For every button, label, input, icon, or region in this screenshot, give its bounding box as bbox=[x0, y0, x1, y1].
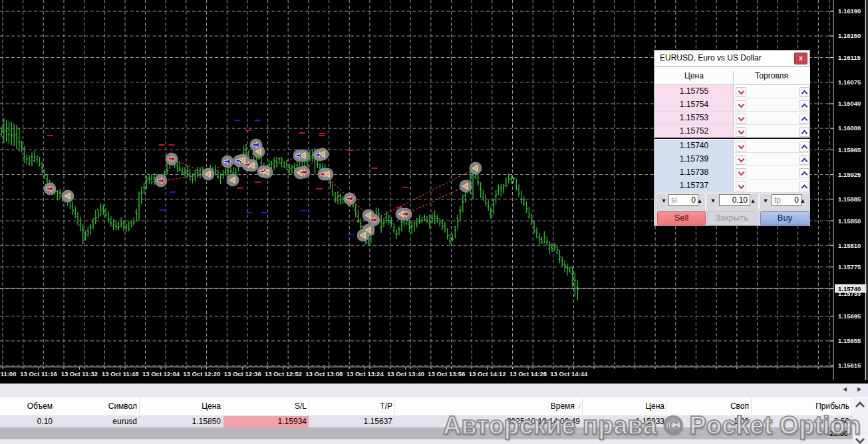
svg-text:13 Oct 13:08: 13 Oct 13:08 bbox=[305, 370, 343, 378]
svg-text:1.16150: 1.16150 bbox=[838, 32, 861, 39]
svg-text:13 Oct 11:16: 13 Oct 11:16 bbox=[20, 370, 57, 378]
svg-text:13 Oct 12:52: 13 Oct 12:52 bbox=[265, 370, 302, 378]
svg-text:13 Oct 11:00: 13 Oct 11:00 bbox=[0, 370, 16, 378]
svg-text:1.15695: 1.15695 bbox=[838, 312, 861, 320]
svg-text:1.15615: 1.15615 bbox=[838, 362, 861, 369]
svg-text:13 Oct 13:56: 13 Oct 13:56 bbox=[428, 370, 465, 378]
svg-text:1.15775: 1.15775 bbox=[838, 263, 861, 271]
svg-text:1.16190: 1.16190 bbox=[838, 7, 861, 15]
svg-text:13 Oct 14:12: 13 Oct 14:12 bbox=[469, 370, 506, 378]
svg-text:13 Oct 11:32: 13 Oct 11:32 bbox=[61, 370, 98, 378]
svg-text:1.15740: 1.15740 bbox=[838, 285, 861, 292]
svg-text:1.15810: 1.15810 bbox=[838, 242, 861, 249]
svg-text:13 Oct 14:44: 13 Oct 14:44 bbox=[550, 370, 588, 378]
svg-text:1.16075: 1.16075 bbox=[838, 78, 861, 86]
svg-text:13 Oct 12:20: 13 Oct 12:20 bbox=[183, 370, 220, 378]
svg-text:1.15925: 1.15925 bbox=[838, 171, 861, 178]
svg-text:1.15850: 1.15850 bbox=[838, 217, 861, 225]
svg-text:1.16040: 1.16040 bbox=[838, 100, 861, 107]
svg-text:1.15965: 1.15965 bbox=[838, 146, 861, 154]
svg-text:13 Oct 11:48: 13 Oct 11:48 bbox=[102, 370, 138, 378]
svg-text:1.15655: 1.15655 bbox=[838, 337, 861, 344]
svg-text:13 Oct 13:40: 13 Oct 13:40 bbox=[387, 370, 424, 378]
svg-text:13 Oct 14:28: 13 Oct 14:28 bbox=[509, 370, 547, 378]
svg-text:1.16115: 1.16115 bbox=[838, 54, 861, 61]
svg-text:13 Oct 12:04: 13 Oct 12:04 bbox=[142, 370, 180, 378]
svg-text:13 Oct 13:24: 13 Oct 13:24 bbox=[347, 370, 384, 378]
svg-text:1.16000: 1.16000 bbox=[838, 124, 861, 132]
svg-text:13 Oct 12:36: 13 Oct 12:36 bbox=[224, 370, 261, 378]
svg-text:1.15885: 1.15885 bbox=[838, 195, 861, 203]
